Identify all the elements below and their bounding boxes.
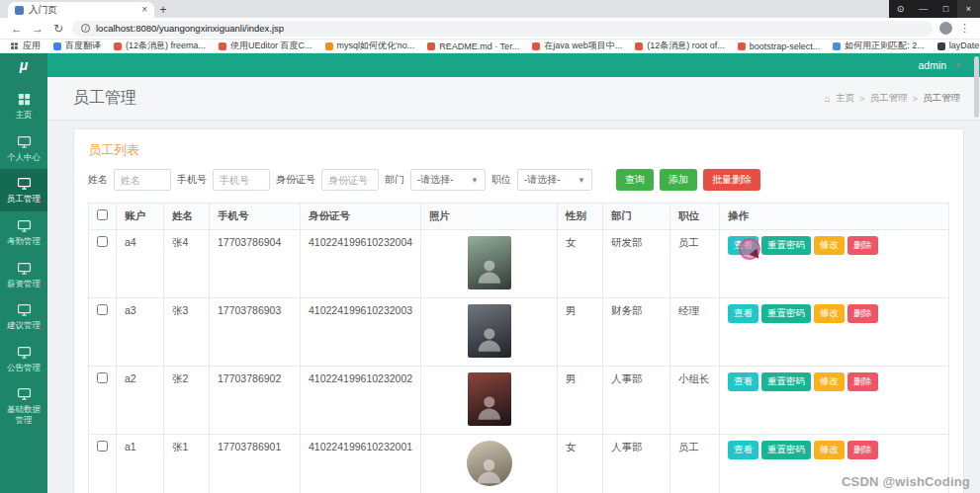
- chevron-down-icon: ▼: [954, 61, 962, 70]
- view-button[interactable]: 查看: [728, 372, 758, 391]
- post-select[interactable]: -请选择- ▼: [517, 169, 592, 191]
- cell-account: a2: [117, 367, 164, 435]
- sidebar-item-attendance[interactable]: 考勤管理: [0, 211, 47, 254]
- cell-gender: 女: [558, 230, 603, 298]
- tab-close-icon[interactable]: ×: [141, 5, 147, 15]
- sidebar-item-label: 个人中心: [5, 152, 43, 163]
- edit-button[interactable]: 修改: [814, 304, 845, 323]
- cell-dept: 研发部: [603, 230, 670, 298]
- employee-table-body: a4张417703786904410224199610232004女研发部员工查…: [89, 230, 949, 493]
- breadcrumb-item[interactable]: 主页: [836, 92, 854, 105]
- table-row: a2张217703786902410224199610232002男人事部小组长…: [89, 367, 949, 435]
- reset-button[interactable]: 重置密码: [761, 372, 811, 391]
- reset-button[interactable]: 重置密码: [761, 304, 811, 323]
- name-filter-input[interactable]: [114, 169, 171, 191]
- view-button[interactable]: 查看: [728, 441, 758, 459]
- cell-actions: 查看重置密码修改删除: [720, 367, 949, 435]
- bookmark-label: (12条消息) freema...: [126, 40, 206, 52]
- user-menu[interactable]: admin: [918, 59, 946, 71]
- bookmark-item[interactable]: 如何用正则匹配: 2...: [833, 40, 925, 52]
- record-icon[interactable]: ⊙: [889, 0, 912, 18]
- back-icon[interactable]: ←: [10, 23, 24, 35]
- favicon-icon: [937, 42, 945, 50]
- idcard-filter-input[interactable]: [321, 169, 379, 191]
- delete-button[interactable]: 删除: [847, 441, 878, 459]
- phone-filter-input[interactable]: [213, 169, 270, 191]
- favicon-icon: [833, 42, 841, 50]
- favicon-icon: [532, 42, 540, 50]
- row-checkbox[interactable]: [97, 441, 108, 452]
- bookmark-item[interactable]: 应用: [10, 40, 41, 52]
- column-header: 性别: [558, 204, 603, 230]
- bookmark-item[interactable]: (12条消息) root of...: [635, 40, 725, 52]
- edit-button[interactable]: 修改: [814, 372, 845, 391]
- bookmark-item[interactable]: 使用UEditor 百度C...: [219, 40, 312, 52]
- breadcrumb-item[interactable]: 员工管理: [869, 92, 907, 105]
- sidebar-item-basicdata[interactable]: 基础数据管理: [0, 379, 47, 432]
- profile-avatar[interactable]: [939, 22, 952, 35]
- row-checkbox[interactable]: [97, 304, 108, 315]
- bookmark-item[interactable]: 在java web项目中...: [532, 40, 622, 52]
- apps-icon: [10, 41, 19, 50]
- row-checkbox[interactable]: [97, 372, 108, 383]
- reset-button[interactable]: 重置密码: [761, 236, 811, 255]
- browser-menu-icon[interactable]: ⋮: [959, 22, 970, 35]
- tab-favicon-icon: [15, 6, 24, 15]
- home-icon: ⌂: [825, 93, 831, 104]
- bookmark-item[interactable]: mysql如何优化'no...: [325, 40, 415, 52]
- edit-button[interactable]: 修改: [814, 441, 845, 459]
- favicon-icon: [53, 42, 61, 50]
- sidebar-item-label: 员工管理: [5, 194, 43, 205]
- favicon-icon: [738, 42, 746, 50]
- sidebar-item-suggestion[interactable]: 建议管理: [0, 295, 47, 338]
- sidebar-item-employee[interactable]: 员工管理: [0, 169, 47, 211]
- bookmark-item[interactable]: README.md · Ter...: [427, 41, 519, 51]
- bookmark-label: 如何用正则匹配: 2...: [845, 40, 925, 52]
- select-all-checkbox[interactable]: [97, 209, 108, 220]
- add-button[interactable]: 添加: [660, 169, 697, 191]
- sidebar-item-notice[interactable]: 公告管理: [0, 338, 47, 380]
- top-navbar: admin ▼: [47, 53, 980, 77]
- refresh-icon[interactable]: ↻: [51, 23, 65, 35]
- table-row: a3张317703786903410224199610232003男财务部经理查…: [89, 298, 949, 367]
- bookmark-item[interactable]: layDate - 日期与时...: [937, 40, 980, 52]
- delete-button[interactable]: 删除: [847, 236, 878, 255]
- favicon-icon: [427, 42, 435, 50]
- bookmark-item[interactable]: (12条消息) freema...: [114, 40, 206, 52]
- delete-button[interactable]: 删除: [847, 304, 878, 323]
- address-bar[interactable]: i localhost:8080/yuangongxinxiguanli/ind…: [72, 21, 933, 37]
- sidebar-item-home[interactable]: 主页: [0, 85, 47, 127]
- edit-button[interactable]: 修改: [814, 236, 845, 255]
- reset-button[interactable]: 重置密码: [761, 441, 811, 459]
- batch-delete-button[interactable]: 批量删除: [703, 169, 760, 191]
- monitor-icon: [17, 261, 32, 276]
- scrollbar[interactable]: [974, 56, 979, 118]
- maximize-button[interactable]: □: [935, 0, 957, 18]
- cell-name: 张2: [164, 367, 210, 435]
- bookmark-item[interactable]: 百度翻译: [53, 40, 101, 52]
- minimize-button[interactable]: —: [912, 0, 935, 18]
- row-checkbox[interactable]: [97, 236, 108, 247]
- view-button[interactable]: 查看: [728, 304, 758, 323]
- browser-tab[interactable]: 入门页 ×: [8, 2, 154, 18]
- sidebar-item-profile[interactable]: 个人中心: [0, 127, 47, 170]
- cell-dept: 财务部: [603, 298, 670, 367]
- column-header: 账户: [117, 204, 164, 230]
- dept-select[interactable]: -请选择- ▼: [410, 169, 486, 191]
- breadcrumb-item[interactable]: 员工管理: [923, 92, 960, 105]
- bookmark-item[interactable]: bootstrap-select...: [738, 41, 821, 51]
- apps-icon: [17, 92, 32, 107]
- sidebar-item-salary[interactable]: 薪资管理: [0, 254, 47, 296]
- breadcrumb-separator: >: [912, 93, 918, 104]
- close-button[interactable]: ×: [957, 0, 980, 18]
- bookmark-label: 在java web项目中...: [544, 40, 622, 52]
- forward-icon[interactable]: →: [31, 23, 45, 35]
- search-button[interactable]: 查询: [616, 169, 654, 191]
- cell-account: a4: [117, 230, 164, 298]
- new-tab-button[interactable]: +: [154, 2, 172, 18]
- site-info-icon[interactable]: i: [81, 24, 90, 33]
- cell-post: 小组长: [670, 367, 720, 435]
- idcard-filter-label: 身份证号: [276, 173, 315, 187]
- delete-button[interactable]: 删除: [847, 372, 878, 391]
- bookmark-label: bootstrap-select...: [750, 41, 821, 51]
